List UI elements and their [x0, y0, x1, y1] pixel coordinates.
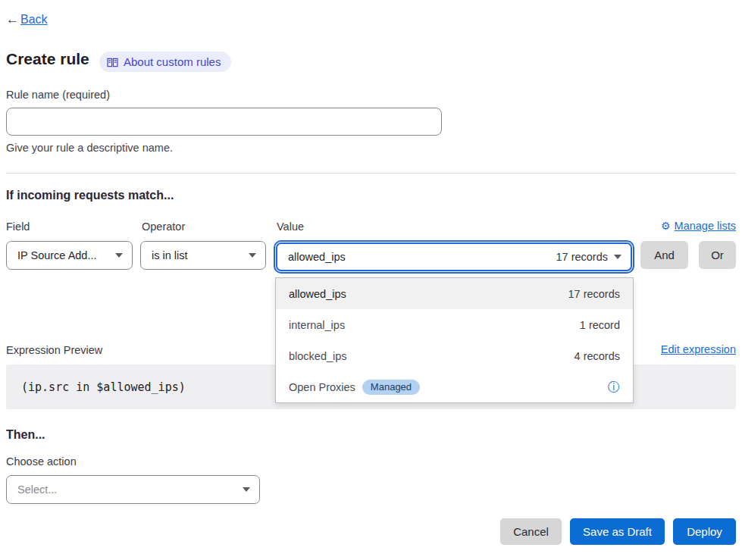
- list-item-allowed-ips[interactable]: allowed_ips 17 records: [276, 278, 633, 309]
- managed-badge: Managed: [362, 380, 420, 395]
- action-select-placeholder: Select...: [17, 483, 236, 496]
- about-custom-rules-label: About custom rules: [124, 55, 221, 68]
- info-icon[interactable]: ⓘ: [608, 381, 620, 393]
- list-item-open-proxies[interactable]: Open Proxies Managed ⓘ: [276, 371, 633, 402]
- back-link[interactable]: ← Back: [6, 12, 48, 27]
- list-item-name: allowed_ips: [289, 288, 346, 300]
- cancel-button[interactable]: Cancel: [500, 518, 562, 545]
- expression-code: (ip.src in $allowed_ips): [21, 380, 186, 394]
- list-item-records: 17 records: [568, 288, 620, 300]
- rule-name-label: Rule name (required): [6, 89, 110, 101]
- edit-expression-link[interactable]: Edit expression: [661, 343, 736, 355]
- field-select[interactable]: IP Source Add...: [6, 241, 133, 270]
- chevron-down-icon: [614, 255, 621, 259]
- chevron-down-icon: [115, 253, 123, 258]
- and-button[interactable]: And: [640, 241, 688, 269]
- value-select[interactable]: allowed_ips 17 records: [276, 242, 632, 271]
- back-link-label[interactable]: Back: [20, 13, 48, 27]
- value-dropdown-panel: allowed_ips 17 records internal_ips 1 re…: [275, 277, 634, 403]
- list-item-records: 4 records: [575, 350, 620, 362]
- operator-label: Operator: [142, 221, 185, 233]
- match-section-heading: If incoming requests match...: [6, 189, 174, 202]
- book-icon: [107, 57, 118, 67]
- chevron-down-icon: [243, 487, 250, 492]
- list-item-internal-ips[interactable]: internal_ips 1 record: [276, 309, 633, 340]
- list-item-name: blocked_ips: [289, 350, 347, 362]
- or-button[interactable]: Or: [699, 241, 736, 269]
- field-select-value: IP Source Add...: [17, 249, 109, 261]
- chevron-down-icon: [249, 253, 256, 258]
- list-item-name: internal_ips: [289, 319, 345, 331]
- value-select-records-count: 17 records: [556, 251, 608, 263]
- list-item-blocked-ips[interactable]: blocked_ips 4 records: [276, 340, 633, 371]
- list-item-name: Open Proxies: [289, 381, 355, 393]
- deploy-button[interactable]: Deploy: [673, 518, 736, 545]
- operator-select-value: is in list: [152, 249, 243, 261]
- rule-name-helper-text: Give your rule a descriptive name.: [6, 142, 173, 154]
- manage-lists-link[interactable]: ⚙ Manage lists: [661, 220, 736, 232]
- gear-icon: ⚙: [661, 220, 671, 232]
- list-item-records: 1 record: [580, 319, 620, 331]
- page-title: Create rule: [6, 50, 89, 68]
- save-as-draft-button[interactable]: Save as Draft: [570, 518, 665, 545]
- choose-action-label: Choose action: [6, 455, 77, 468]
- rule-name-input[interactable]: [6, 108, 442, 136]
- back-arrow-icon: ←: [6, 12, 19, 27]
- action-select[interactable]: Select...: [6, 475, 260, 504]
- section-divider: [6, 173, 736, 174]
- manage-lists-label[interactable]: Manage lists: [675, 220, 736, 232]
- expression-preview-label: Expression Preview: [6, 344, 102, 356]
- then-section-heading: Then...: [6, 428, 45, 442]
- create-rule-page: ← Back Create rule About custom rules Ru…: [0, 0, 742, 560]
- operator-select[interactable]: is in list: [140, 241, 266, 270]
- field-label: Field: [6, 221, 30, 233]
- value-select-value: allowed_ips: [288, 251, 346, 263]
- about-custom-rules-link[interactable]: About custom rules: [99, 52, 231, 72]
- value-label: Value: [277, 221, 304, 233]
